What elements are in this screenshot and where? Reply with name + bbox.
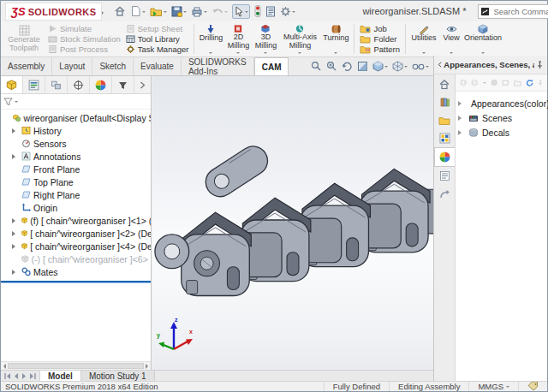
units-selector[interactable]: MMGS (468, 382, 518, 391)
expand-arrow-icon[interactable] (11, 154, 19, 159)
save-button[interactable] (171, 6, 187, 17)
tree-item-annotations[interactable]: Annotations (1, 150, 151, 163)
tree-item-sensors[interactable]: Sensors (1, 137, 151, 150)
save-dropdown-icon[interactable] (183, 11, 187, 15)
refresh-icon[interactable] (526, 78, 533, 88)
options-button[interactable] (280, 6, 295, 17)
decals-node[interactable]: Decals (458, 125, 545, 140)
tab-model[interactable]: Model (40, 371, 81, 381)
drilling-button[interactable]: Drilling (197, 22, 224, 56)
hide-show-dropdown-icon[interactable] (426, 66, 429, 69)
drilling-dropdown-icon[interactable] (209, 52, 212, 56)
expand-arrow-icon[interactable] (11, 231, 19, 236)
back-icon[interactable] (460, 78, 467, 87)
displaymanager-tab[interactable] (90, 76, 112, 93)
last-tab-icon[interactable] (28, 372, 37, 380)
2d-milling-dropdown-icon[interactable] (236, 52, 240, 56)
pin-disabled-icon[interactable] (538, 79, 543, 87)
options-dropdown-icon[interactable] (292, 11, 295, 15)
task-manager-button[interactable]: Task Manager (126, 44, 189, 54)
new-dropdown-icon[interactable] (142, 11, 146, 15)
tree-root[interactable]: wireorganiser (Default<Display State-1>) (1, 111, 151, 124)
tab-assembly[interactable]: Assembly (1, 57, 52, 75)
tree-item-history[interactable]: History (1, 124, 151, 137)
filter-dropdown-icon[interactable] (15, 101, 18, 104)
appearances-scenes-tab[interactable] (434, 147, 455, 167)
view-orientation-dropdown-icon[interactable] (384, 66, 388, 69)
tree-item-chain-6[interactable]: (-) [ chain^wireorganiser ]<6> (Default) (1, 252, 151, 265)
forward-dropdown-icon[interactable] (483, 82, 486, 86)
next-tab-icon[interactable] (21, 372, 27, 380)
solidworks-forum-tab[interactable] (434, 185, 455, 203)
display-style-button[interactable] (392, 61, 408, 72)
appearance-disabled-icon[interactable] (491, 78, 497, 87)
stock-simulation-button[interactable]: Stock Simulation (48, 34, 121, 45)
multi-axis-dropdown-icon[interactable] (298, 52, 301, 56)
zoom-to-area-button[interactable] (326, 61, 337, 72)
section-view-button[interactable] (357, 61, 368, 72)
view-palette-tab[interactable] (434, 129, 455, 147)
design-library-tab[interactable] (434, 93, 455, 111)
scroll-right-icon[interactable] (146, 364, 151, 369)
job-button[interactable]: Job (360, 24, 400, 34)
panel-tab-overflow[interactable] (134, 76, 151, 93)
open-button[interactable] (150, 6, 167, 17)
tab-evaluate[interactable]: Evaluate (134, 57, 182, 75)
expand-arrow-icon[interactable] (11, 270, 19, 275)
file-explorer-tab[interactable] (434, 111, 455, 129)
folder-button[interactable]: Folder (360, 34, 400, 45)
units-dropdown-icon[interactable] (506, 386, 509, 389)
utilities-dropdown-icon[interactable] (422, 52, 426, 56)
simulate-button[interactable]: Simulate (48, 24, 121, 34)
rollback-bar[interactable] (1, 281, 151, 282)
chevron-left-icon[interactable] (438, 61, 442, 68)
turning-button[interactable]: Turning (320, 22, 351, 56)
tree-item-chain-2[interactable]: [ chain^wireorganiser ]<2> (Default<<Def… (1, 227, 151, 240)
3d-milling-dropdown-icon[interactable] (264, 52, 267, 56)
select-button[interactable] (232, 4, 250, 19)
view-button[interactable]: View (439, 22, 463, 56)
open-dropdown-icon[interactable] (164, 11, 167, 15)
featuremanager-tree-tab[interactable] (1, 76, 23, 93)
appearances-color-node[interactable]: Appearances(color) (458, 96, 545, 110)
tree-item-origin[interactable]: Origin (1, 201, 151, 214)
new-document-button[interactable] (130, 5, 146, 17)
previous-view-button[interactable] (342, 62, 353, 72)
view-orientation-button[interactable] (372, 61, 388, 72)
forward-icon[interactable] (471, 78, 478, 87)
solidworks-logo[interactable]: ƷS SOLIDWORKS (5, 3, 102, 21)
pattern-button[interactable]: Pattern (360, 44, 400, 54)
setup-sheet-button[interactable]: Setup Sheet (126, 24, 189, 34)
turning-dropdown-icon[interactable] (334, 52, 337, 56)
print-button[interactable] (191, 6, 207, 17)
home-button[interactable] (114, 5, 126, 17)
utilities-button[interactable]: Utilities (408, 22, 439, 56)
expand-arrow-icon[interactable] (11, 244, 19, 249)
expand-arrow-icon[interactable] (458, 101, 464, 106)
search-scope-icon[interactable] (481, 8, 489, 15)
tab-cam[interactable]: CAM (254, 57, 289, 75)
first-tab-icon[interactable] (3, 372, 12, 380)
cam-tree-tab[interactable] (112, 76, 134, 93)
tree-item-top-plane[interactable]: Top Plane (1, 175, 151, 188)
menu-expand-arrow-icon[interactable] (102, 11, 105, 15)
display-style-dropdown-icon[interactable] (404, 66, 408, 69)
search-input[interactable] (491, 6, 548, 17)
search-commands-box[interactable] (478, 4, 548, 19)
generate-toolpath-button[interactable]: Generate Toolpath (3, 22, 45, 56)
propertymanager-tab[interactable] (23, 76, 45, 93)
tree-item-right-plane[interactable]: Right Plane (1, 188, 151, 201)
tree-item-mates[interactable]: Mates (1, 265, 151, 278)
tab-solidworks-add-ins[interactable]: SOLIDWORKS Add-Ins (182, 57, 254, 75)
2d-milling-button[interactable]: 2D Milling (224, 22, 252, 56)
select-dropdown-icon[interactable] (245, 11, 248, 15)
expand-arrow-icon[interactable] (458, 116, 465, 121)
3d-milling-button[interactable]: 3D Milling (252, 22, 279, 56)
scrollbar-thumb[interactable] (8, 363, 144, 369)
folder-disabled-icon[interactable] (514, 79, 521, 87)
tree-item-front-plane[interactable]: Front Plane (1, 163, 151, 175)
pin-icon[interactable] (536, 61, 544, 69)
tab-layout[interactable]: Layout (52, 57, 92, 75)
tree-horizontal-scrollbar[interactable] (1, 361, 151, 370)
orientation-button[interactable]: Orientation (463, 22, 503, 56)
